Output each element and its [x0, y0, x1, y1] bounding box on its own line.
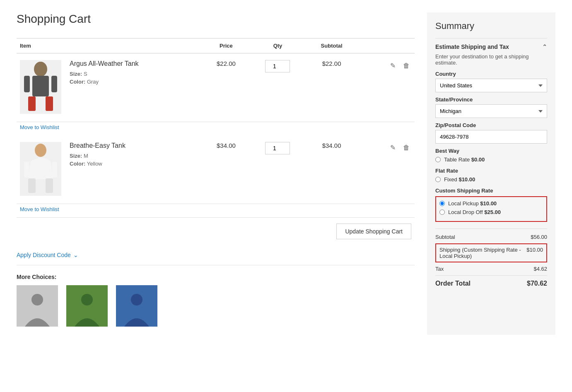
shipping-option: Local Drop Off $25.00	[439, 209, 543, 215]
shipping-group-title: Flat Rate	[435, 168, 547, 174]
item-details: Argus All-Weather Tank Size: S Color: Gr…	[66, 53, 203, 122]
svg-rect-2	[32, 76, 49, 96]
discount-label: Apply Discount Code	[17, 252, 71, 258]
edit-button[interactable]: ✎	[389, 60, 397, 71]
zip-label: Zip/Postal Code	[435, 122, 547, 128]
shipping-radio[interactable]	[435, 177, 441, 182]
wishlist-row: Move to Wishlist	[17, 204, 415, 218]
order-total-value: $70.62	[527, 280, 547, 287]
state-select[interactable]: Michigan California New York	[435, 104, 547, 118]
svg-rect-3	[28, 96, 36, 111]
shipping-group: Best Way Table Rate $0.00	[435, 148, 547, 163]
svg-point-14	[31, 294, 43, 305]
page-title: Shopping Cart	[17, 12, 415, 26]
shipping-option-label[interactable]: Table Rate $0.00	[444, 156, 485, 163]
shipping-group-title: Best Way	[435, 148, 547, 154]
shipping-group: Custom Shipping Rate Local Pickup $10.00…	[435, 188, 547, 222]
state-label: State/Province	[435, 96, 547, 103]
move-to-wishlist-link[interactable]: Move to Wishlist	[20, 124, 59, 130]
svg-point-16	[81, 294, 93, 305]
shipping-option: Table Rate $0.00	[435, 156, 547, 163]
qty-input[interactable]	[265, 142, 290, 154]
shipping-group-title: Custom Shipping Rate	[435, 188, 547, 194]
more-choice-item[interactable]	[66, 285, 108, 327]
custom-shipping-box: Local Pickup $10.00 Local Drop Off $25.0…	[435, 196, 547, 222]
item-price: $22.00	[203, 53, 249, 122]
shipping-option: Fixed $10.00	[435, 176, 547, 183]
col-subtotal: Subtotal	[306, 38, 357, 53]
country-label: Country	[435, 71, 547, 77]
subtotal-value: $56.00	[531, 234, 547, 240]
svg-rect-6	[51, 76, 57, 92]
item-color: Color: Yellow	[70, 161, 200, 167]
col-item: Item	[17, 38, 203, 53]
svg-rect-4	[46, 96, 53, 111]
svg-point-1	[34, 62, 47, 77]
country-select[interactable]: United States Canada United Kingdom	[435, 79, 547, 92]
item-qty	[249, 53, 306, 122]
chevron-up-icon[interactable]: ⌃	[542, 43, 547, 50]
item-actions: ✎ 🗑	[357, 53, 415, 122]
svg-point-8	[35, 144, 46, 157]
shipping-group: Flat Rate Fixed $10.00	[435, 168, 547, 183]
tax-label: Tax	[435, 266, 444, 272]
more-choices-label: More Choices:	[17, 274, 415, 280]
delete-button[interactable]: 🗑	[401, 60, 411, 71]
estimate-shipping-title: Estimate Shipping and Tax	[435, 43, 509, 50]
zip-input[interactable]	[435, 130, 547, 144]
item-image	[17, 53, 66, 122]
shipping-option-label[interactable]: Local Drop Off $25.00	[448, 209, 501, 215]
table-row: Breathe-Easy Tank Size: M Color: Yellow …	[17, 135, 415, 204]
col-price: Price	[203, 38, 249, 53]
item-image	[17, 135, 66, 204]
item-size: Size: S	[70, 71, 200, 77]
move-to-wishlist-link[interactable]: Move to Wishlist	[20, 206, 59, 212]
svg-rect-9	[28, 178, 36, 193]
more-choice-item[interactable]	[116, 285, 157, 327]
svg-rect-12	[52, 162, 57, 178]
shipping-radio[interactable]	[439, 209, 445, 215]
cart-actions-row: Update Shopping Cart	[17, 218, 415, 245]
summary-totals: Subtotal $56.00 Shipping (Custom Shippin…	[435, 228, 547, 287]
order-total-label: Order Total	[435, 280, 471, 287]
item-color: Color: Gray	[70, 79, 200, 85]
item-details: Breathe-Easy Tank Size: M Color: Yellow	[66, 135, 203, 204]
delete-button[interactable]: 🗑	[401, 142, 411, 153]
item-name: Breathe-Easy Tank	[70, 142, 200, 149]
shipping-total-row: Shipping (Custom Shipping Rate - Local P…	[435, 243, 547, 262]
shipping-value: $10.00	[526, 247, 543, 259]
svg-point-18	[131, 294, 142, 305]
edit-button[interactable]: ✎	[389, 142, 397, 153]
shipping-option-label[interactable]: Fixed $10.00	[444, 176, 475, 183]
apply-discount-toggle[interactable]: Apply Discount Code ⌄	[17, 252, 415, 258]
shipping-radio[interactable]	[439, 201, 445, 206]
update-cart-button[interactable]: Update Shopping Cart	[336, 224, 411, 239]
chevron-down-icon: ⌄	[73, 252, 78, 258]
col-qty: Qty	[249, 38, 306, 53]
svg-rect-11	[24, 162, 29, 178]
summary-panel: Summary Estimate Shipping and Tax ⌃ Ente…	[427, 12, 555, 335]
shipping-radio[interactable]	[435, 157, 441, 162]
more-choice-item[interactable]	[17, 285, 58, 327]
item-price: $34.00	[203, 135, 249, 204]
tax-value: $4.62	[533, 266, 547, 272]
item-name: Argus All-Weather Tank	[70, 60, 200, 67]
estimate-description: Enter your destination to get a shipping…	[435, 53, 547, 66]
shipping-option-label[interactable]: Local Pickup $10.00	[448, 200, 497, 207]
qty-input[interactable]	[265, 60, 290, 72]
summary-title: Summary	[435, 21, 547, 31]
item-subtotal: $34.00	[306, 135, 357, 204]
item-actions: ✎ 🗑	[357, 135, 415, 204]
svg-rect-5	[24, 76, 30, 92]
shipping-label: Shipping (Custom Shipping Rate - Local P…	[439, 247, 523, 259]
item-size: Size: M	[70, 153, 200, 159]
shipping-option: Local Pickup $10.00	[439, 200, 543, 207]
item-subtotal: $22.00	[306, 53, 357, 122]
subtotal-label: Subtotal	[435, 234, 455, 240]
item-qty	[249, 135, 306, 204]
table-row: Argus All-Weather Tank Size: S Color: Gr…	[17, 53, 415, 122]
wishlist-row: Move to Wishlist	[17, 122, 415, 136]
svg-rect-10	[46, 178, 53, 193]
